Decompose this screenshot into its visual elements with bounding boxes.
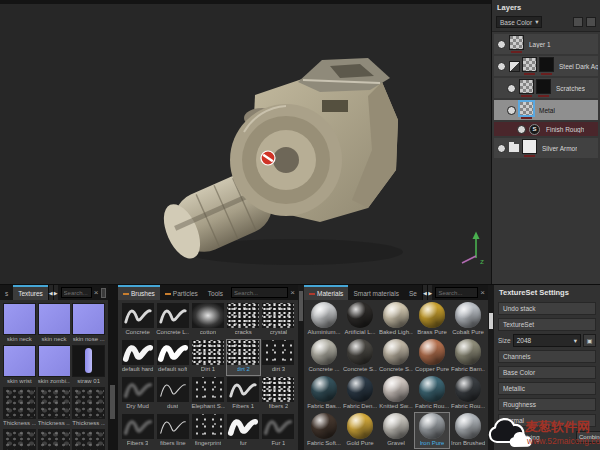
size-dropdown[interactable]: 2048 ▾ — [513, 334, 581, 347]
clear-search-icon[interactable]: × — [290, 288, 298, 297]
material-sphere-thumbnail[interactable] — [383, 413, 409, 439]
brush-item[interactable]: fibers 2 — [262, 377, 295, 412]
brush-thumbnail[interactable] — [157, 414, 189, 439]
material-item[interactable]: Fabric Bas... — [307, 376, 341, 411]
brush-item[interactable]: Dry Mud — [121, 377, 154, 412]
brush-thumbnail[interactable] — [192, 414, 224, 439]
channels-section[interactable]: Channels — [498, 350, 596, 363]
brush-thumbnail[interactable] — [262, 340, 294, 365]
layer-thumbnail[interactable] — [519, 79, 534, 94]
visibility-eye-icon[interactable] — [497, 62, 506, 71]
texture-item[interactable]: skin zombi... — [38, 345, 71, 385]
brush-thumbnail[interactable] — [122, 340, 154, 365]
material-item[interactable]: Fabric Rou... — [451, 376, 485, 411]
material-sphere-thumbnail[interactable] — [347, 376, 373, 402]
scrollbar-thumb[interactable] — [299, 291, 303, 321]
material-sphere-thumbnail[interactable] — [383, 376, 409, 402]
brush-item[interactable]: fibers line — [156, 414, 189, 449]
tab-truncated[interactable]: Se — [404, 285, 422, 300]
brush-thumbnail[interactable] — [122, 377, 154, 402]
texture-item[interactable]: skin wrist — [3, 345, 36, 385]
texture-thumbnail[interactable] — [72, 387, 105, 419]
tab-partial[interactable]: s — [0, 285, 13, 300]
brushes-search-input[interactable] — [231, 287, 288, 298]
layer-thumbnail[interactable] — [539, 57, 554, 72]
texture-item[interactable]: Thickness ... — [3, 429, 36, 450]
texture-thumbnail[interactable] — [38, 429, 71, 450]
undo-stack-section[interactable]: Undo stack — [498, 302, 596, 315]
material-item[interactable]: Copper Pure — [415, 339, 449, 374]
visibility-eye-icon[interactable] — [497, 40, 506, 49]
material-sphere-thumbnail[interactable] — [347, 339, 373, 365]
material-sphere-thumbnail[interactable] — [455, 376, 481, 402]
scrollbar-thumb[interactable] — [489, 313, 493, 329]
material-item[interactable]: Concrete ... — [307, 339, 341, 374]
brush-item[interactable]: cracks — [227, 303, 260, 338]
visibility-eye-icon[interactable] — [497, 144, 506, 153]
brush-thumbnail[interactable] — [227, 303, 259, 328]
material-item[interactable]: Knitted Sw... — [379, 376, 413, 411]
scroll-right-icon[interactable]: ▶ — [427, 285, 432, 300]
brush-item[interactable]: Dirt 1 — [191, 340, 224, 375]
layer-thumbnail[interactable] — [522, 139, 537, 154]
brush-item[interactable]: Concrete L... — [156, 303, 189, 338]
material-sphere-thumbnail[interactable] — [311, 339, 337, 365]
texture-item[interactable]: Thickness ... — [38, 429, 71, 450]
tab-smart-materials[interactable]: Smart materials — [348, 285, 404, 300]
layer-thumbnail[interactable] — [522, 57, 537, 72]
texture-item[interactable]: Thickness ... — [3, 387, 36, 427]
material-item[interactable]: Baked Ligh... — [379, 302, 413, 337]
material-item[interactable]: Gold Pure — [343, 413, 377, 448]
textureset-section[interactable]: TextureSet — [498, 318, 596, 331]
texture-item[interactable]: skin neck — [3, 303, 36, 343]
texture-item[interactable]: Thickness ... — [72, 429, 105, 450]
material-item[interactable]: Brass Pure — [415, 302, 449, 337]
texture-thumbnail[interactable] — [38, 345, 71, 377]
texture-thumbnail[interactable] — [72, 303, 105, 335]
layer-row[interactable]: Silver Armor — [494, 138, 598, 158]
material-item[interactable]: Concrete S... — [379, 339, 413, 374]
material-sphere-thumbnail[interactable] — [419, 302, 445, 328]
brush-item[interactable]: Fibers 3 — [121, 414, 154, 449]
channel-bar[interactable]: Base Color — [498, 366, 596, 379]
layer-thumbnail[interactable] — [519, 101, 534, 116]
brush-item[interactable]: cotton — [191, 303, 224, 338]
material-sphere-thumbnail[interactable] — [419, 376, 445, 402]
brush-item[interactable]: Concrete — [121, 303, 154, 338]
tab-particles[interactable]: Particles — [160, 285, 203, 300]
tab-textures[interactable]: Textures — [13, 285, 48, 300]
material-item[interactable]: Fabric Den... — [343, 376, 377, 411]
layer-thumbnail[interactable] — [509, 35, 524, 50]
texture-item[interactable]: Thickness ... — [72, 387, 105, 427]
material-sphere-thumbnail[interactable] — [383, 302, 409, 328]
brush-item[interactable]: dirt 3 — [262, 340, 295, 375]
tab-materials[interactable]: Materials — [304, 285, 348, 300]
brush-item[interactable]: fingerprint — [191, 414, 224, 449]
material-item[interactable]: Fabric Bam... — [451, 339, 485, 374]
texture-thumbnail[interactable] — [3, 303, 36, 335]
texture-thumbnail[interactable] — [3, 345, 36, 377]
texture-thumbnail[interactable] — [38, 303, 71, 335]
brush-thumbnail[interactable] — [227, 377, 259, 402]
texture-thumbnail[interactable] — [38, 387, 71, 419]
material-sphere-thumbnail[interactable] — [347, 302, 373, 328]
textures-search-input[interactable] — [61, 287, 92, 298]
material-sphere-thumbnail[interactable] — [311, 376, 337, 402]
material-item[interactable]: Artificial L... — [343, 302, 377, 337]
filter-icon[interactable] — [573, 17, 583, 27]
layer-row[interactable]: Steel Dark Aged — [494, 56, 598, 76]
brush-thumbnail[interactable] — [262, 377, 294, 402]
texture-item[interactable]: skin neck — [38, 303, 71, 343]
panel-divider-scrollbar[interactable] — [108, 284, 118, 450]
texture-thumbnail[interactable] — [72, 345, 105, 377]
layer-row[interactable]: Metal — [494, 100, 598, 120]
material-sphere-thumbnail[interactable] — [347, 413, 373, 439]
material-item[interactable]: Fabric Soft... — [307, 413, 341, 448]
brush-thumbnail[interactable] — [157, 377, 189, 402]
brush-thumbnail[interactable] — [157, 340, 189, 365]
material-item[interactable]: Gravel — [379, 413, 413, 448]
lock-icon[interactable]: ▣ — [583, 334, 596, 347]
brush-item[interactable]: dust — [156, 377, 189, 412]
texture-item[interactable]: Thickness ... — [38, 387, 71, 427]
material-item[interactable]: Cobalt Pure — [451, 302, 485, 337]
